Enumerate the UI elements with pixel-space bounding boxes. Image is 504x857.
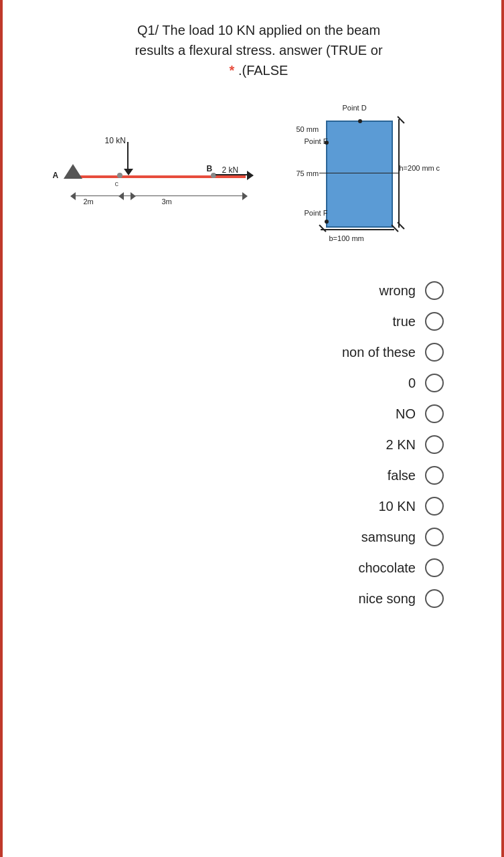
cs-point-f-dot — [325, 220, 329, 224]
option-item-opt-non-of-these[interactable]: non of these — [342, 343, 444, 362]
dim-arrow-right — [242, 192, 248, 200]
radio-opt-10kn[interactable] — [425, 497, 444, 516]
option-item-opt-no[interactable]: NO — [396, 404, 444, 423]
option-label-opt-chocolate: chocolate — [358, 560, 416, 576]
radio-opt-chocolate[interactable] — [425, 558, 444, 577]
force-2kn-label: 2 kN — [222, 165, 239, 175]
cs-b-tick-right — [391, 224, 398, 232]
cross-section-diagram: Point D Point E Point F 50 mm 75 mm h=20… — [292, 100, 467, 254]
point-c-dot — [117, 173, 122, 178]
option-label-opt-samsung: samsung — [361, 530, 416, 545]
load-10kn-label: 10 kN — [105, 136, 126, 145]
option-label-opt-non-of-these: non of these — [342, 345, 416, 360]
radio-opt-2kn[interactable] — [425, 435, 444, 454]
cs-b-tick-left — [319, 224, 326, 232]
option-label-opt-2kn: 2 KN — [386, 437, 416, 453]
cs-b-label: b=100 mm — [329, 234, 364, 242]
cs-rectangle — [326, 121, 393, 228]
radio-opt-non-of-these[interactable] — [425, 343, 444, 362]
option-label-opt-0: 0 — [408, 376, 416, 391]
dim-line — [72, 196, 246, 196]
option-item-opt-10kn[interactable]: 10 KN — [378, 497, 444, 516]
option-item-opt-0[interactable]: 0 — [408, 374, 444, 392]
cs-point-d-label: Point D — [343, 104, 367, 112]
option-label-opt-nice-song: nice song — [358, 591, 416, 607]
support-a — [64, 164, 82, 179]
dim-3m-label: 3m — [162, 198, 172, 206]
radio-opt-samsung[interactable] — [425, 528, 444, 546]
dim-arrow-mid-right — [131, 192, 136, 200]
radio-opt-0[interactable] — [425, 374, 444, 392]
option-item-opt-2kn[interactable]: 2 KN — [386, 435, 444, 454]
radio-opt-nice-song[interactable] — [425, 589, 444, 608]
cs-point-d-dot — [358, 119, 362, 123]
label-c: c — [115, 179, 119, 187]
dim-arrow-left — [70, 192, 76, 200]
label-b: B — [207, 164, 213, 173]
cs-point-f-label: Point F — [305, 209, 328, 217]
option-item-opt-true[interactable]: true — [393, 312, 444, 331]
cs-dim-50-label: 50 mm — [297, 125, 319, 133]
beam-line — [72, 175, 246, 178]
diagram-area: 10 kN A c B 2 kN 2m — [40, 100, 477, 254]
cs-dim-75-label: 75 mm — [297, 169, 319, 177]
option-label-opt-no: NO — [396, 406, 416, 422]
option-item-opt-false[interactable]: false — [388, 466, 444, 485]
cs-h-line — [398, 119, 400, 228]
label-a: A — [53, 171, 59, 180]
option-item-opt-chocolate[interactable]: chocolate — [358, 558, 444, 577]
cs-point-e-label: Point E — [305, 137, 328, 145]
option-item-opt-wrong[interactable]: wrong — [380, 281, 444, 300]
option-item-opt-samsung[interactable]: samsung — [361, 528, 444, 546]
force-2kn-head — [247, 171, 254, 180]
cs-b-line — [321, 229, 394, 230]
radio-opt-false[interactable] — [425, 466, 444, 485]
radio-opt-wrong[interactable] — [425, 281, 444, 300]
options-list: wrongtruenon of these0NO2 KNfalse10 KNsa… — [40, 281, 477, 608]
cs-center-line — [319, 173, 400, 173]
question-text: Q1/ The load 10 KN applied on the beam r… — [40, 20, 477, 80]
option-label-opt-10kn: 10 KN — [378, 499, 416, 514]
dim-2m-label: 2m — [84, 198, 94, 206]
option-label-opt-false: false — [388, 468, 416, 483]
option-label-opt-wrong: wrong — [380, 283, 416, 299]
load-10kn-line — [127, 142, 129, 171]
cs-h-label: h=200 mm — [400, 164, 434, 172]
required-star: * — [230, 63, 235, 78]
radio-opt-true[interactable] — [425, 312, 444, 331]
radio-opt-no[interactable] — [425, 404, 444, 423]
beam-diagram: 10 kN A c B 2 kN 2m — [52, 134, 279, 221]
cs-label-c: c — [436, 164, 440, 172]
dim-arrow-mid-left — [118, 192, 124, 200]
option-label-opt-true: true — [393, 314, 416, 329]
option-item-opt-nice-song[interactable]: nice song — [358, 589, 444, 608]
load-10kn-head — [124, 169, 133, 175]
